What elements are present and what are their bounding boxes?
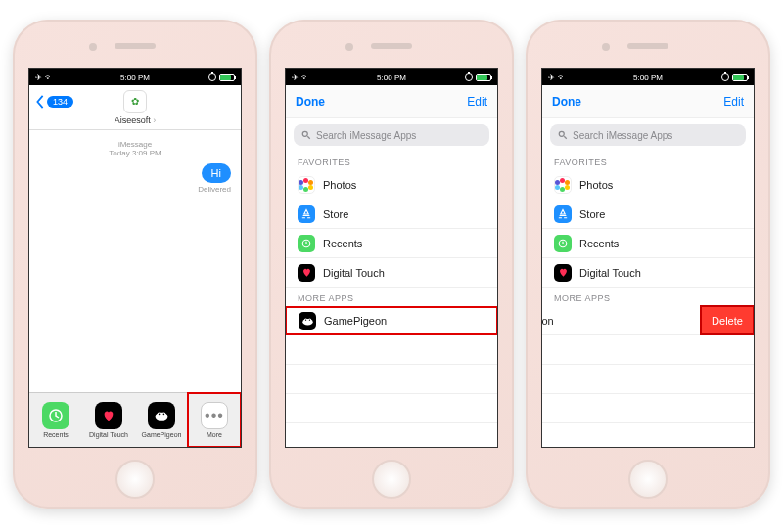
favorites-header: FAVORITES: [542, 152, 754, 170]
status-bar: ✈︎ᯤ 5:00 PM: [29, 69, 241, 85]
thread-timestamp: iMessage Today 3:09 PM: [39, 140, 231, 157]
home-button[interactable]: [372, 460, 411, 499]
row-photos[interactable]: Photos: [286, 170, 497, 200]
clock-icon: [42, 402, 69, 429]
drawer-digital-touch[interactable]: Digital Touch: [82, 393, 135, 447]
navbar: Done Edit: [286, 85, 497, 118]
edit-button[interactable]: Edit: [467, 95, 487, 109]
alarm-icon: [721, 73, 729, 81]
row-recents[interactable]: Recents: [542, 229, 754, 258]
row-store[interactable]: Store: [286, 200, 497, 229]
battery-icon: [476, 74, 491, 81]
row-photos[interactable]: Photos: [542, 170, 754, 200]
drawer-recents[interactable]: Recents: [29, 393, 82, 447]
contact-avatar: ✿: [123, 90, 147, 113]
svg-point-14: [559, 131, 564, 136]
message-thread: iMessage Today 3:09 PM Hi Delivered: [29, 130, 241, 203]
phone-1-messages-thread: ✈︎ᯤ 5:00 PM 134 ✿ Aiseesoft iMessage Tod…: [13, 20, 257, 509]
svg-point-1: [156, 413, 168, 421]
conversation-header: 134 ✿ Aiseesoft: [29, 85, 241, 130]
empty-row: [286, 335, 497, 365]
more-apps-header: MORE APPS: [286, 288, 497, 306]
delete-button[interactable]: Delete: [701, 306, 754, 334]
clock-icon: [554, 235, 572, 252]
search-placeholder: Search iMessage Apps: [573, 130, 672, 141]
search-icon: [301, 130, 311, 140]
svg-point-13: [308, 319, 309, 320]
contact-name: Aiseesoft: [115, 115, 157, 125]
sent-message-bubble[interactable]: Hi: [202, 163, 231, 183]
drawer-more-button[interactable]: ••• More: [188, 393, 241, 447]
gamepigeon-icon: [299, 312, 316, 330]
phone-2-app-list: ✈︎ᯤ 5:00 PM Done Edit Search iMessage Ap…: [269, 20, 514, 509]
swiped-row-label: amePigeon: [541, 315, 554, 327]
back-button[interactable]: 134: [35, 95, 73, 109]
gamepigeon-icon: [148, 402, 175, 429]
svg-point-4: [159, 414, 161, 416]
photos-icon: [298, 176, 315, 194]
empty-row: [542, 423, 754, 448]
heart-icon: [298, 264, 315, 282]
row-gamepigeon-swiped[interactable]: amePigeon Delete: [542, 306, 754, 335]
heart-icon: [554, 264, 572, 282]
status-bar: ✈︎ᯤ 5:00 PM: [286, 69, 497, 85]
appstore-icon: [554, 205, 572, 223]
edit-button[interactable]: Edit: [723, 95, 744, 109]
heart-icon: [95, 402, 122, 429]
empty-row: [286, 394, 497, 423]
clock-icon: [298, 235, 315, 252]
home-button[interactable]: [115, 460, 155, 499]
empty-row: [542, 335, 754, 365]
svg-point-6: [302, 131, 307, 136]
empty-row: [542, 365, 754, 394]
drawer-gamepigeon[interactable]: GamePigeon: [135, 393, 188, 447]
row-gamepigeon[interactable]: GamePigeon: [285, 306, 498, 335]
empty-row: [542, 394, 754, 423]
svg-point-12: [304, 319, 305, 320]
battery-icon: [219, 74, 235, 81]
search-input[interactable]: Search iMessage Apps: [550, 124, 746, 146]
delivered-status: Delivered: [39, 185, 231, 194]
photos-icon: [554, 176, 572, 194]
row-recents[interactable]: Recents: [286, 229, 497, 258]
status-bar: ✈︎ᯤ 5:00 PM: [542, 69, 754, 85]
svg-point-9: [302, 318, 312, 325]
home-button[interactable]: [628, 460, 668, 499]
unread-count-badge: 134: [47, 96, 73, 108]
empty-row: [286, 365, 497, 394]
row-store[interactable]: Store: [542, 200, 754, 229]
svg-line-7: [307, 136, 310, 139]
search-input[interactable]: Search iMessage Apps: [294, 124, 489, 146]
alarm-icon: [208, 73, 216, 81]
svg-line-15: [564, 136, 567, 139]
appstore-icon: [298, 205, 315, 223]
phone-3-swipe-delete: ✈︎ᯤ 5:00 PM Done Edit Search iMessage Ap…: [526, 20, 770, 509]
search-icon: [558, 130, 568, 140]
contact-button[interactable]: ✿ Aiseesoft: [115, 90, 157, 125]
empty-row: [286, 423, 497, 448]
svg-point-5: [163, 414, 165, 416]
search-placeholder: Search iMessage Apps: [316, 130, 416, 141]
more-apps-header: MORE APPS: [542, 288, 754, 306]
row-digital-touch[interactable]: Digital Touch: [542, 258, 754, 288]
ellipsis-icon: •••: [201, 402, 228, 429]
battery-icon: [732, 74, 748, 81]
imessage-app-drawer: Recents Digital Touch GamePigeon •••: [29, 392, 241, 447]
alarm-icon: [465, 73, 473, 81]
done-button[interactable]: Done: [552, 95, 581, 109]
done-button[interactable]: Done: [296, 95, 325, 109]
favorites-header: FAVORITES: [286, 152, 497, 170]
navbar: Done Edit: [542, 85, 754, 118]
row-digital-touch[interactable]: Digital Touch: [286, 258, 497, 288]
